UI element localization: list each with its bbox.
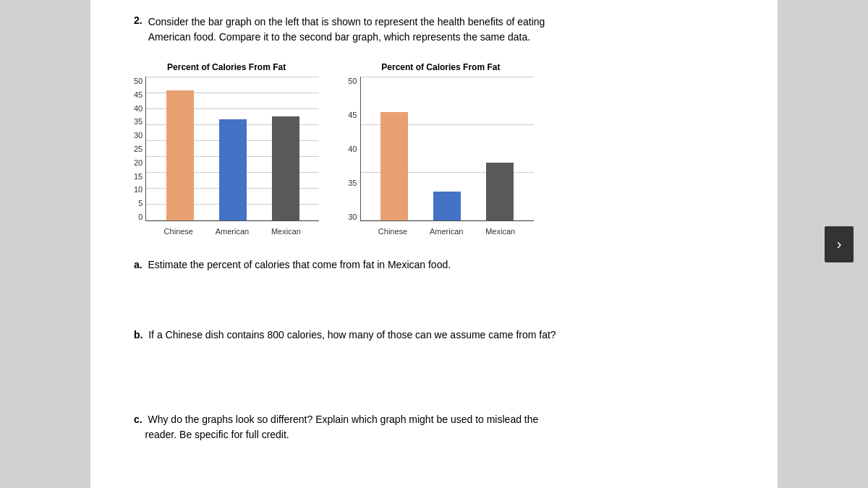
- graph2-bar-mexican-bar: [486, 163, 514, 221]
- sub-question-a: a. Estimate the percent of calories that…: [134, 257, 749, 273]
- graph1-bar-mexican-bar: [272, 116, 299, 221]
- graph2-chart-inner: [360, 77, 534, 221]
- graph1-chart-inner: [145, 77, 319, 221]
- next-arrow[interactable]: ›: [825, 226, 854, 262]
- question-text: Consider the bar graph on the left that …: [148, 14, 545, 45]
- graph1-chart-area: 50 45 40 35 30 25 20 15 10 5 0: [134, 77, 319, 236]
- graph1-bars: [146, 90, 319, 221]
- graph2-bars: [361, 112, 534, 221]
- graph1-label-mexican: Mexican: [271, 227, 301, 236]
- graph2-title: Percent of Calories From Fat: [381, 62, 500, 72]
- graph1-label-chinese: Chinese: [164, 227, 193, 236]
- question-text-line2: American food. Compare it to the second …: [148, 31, 530, 43]
- graph2-bar-mexican: [486, 163, 514, 221]
- graph1-label-american: American: [216, 227, 249, 236]
- sub-question-b-label: b.: [134, 329, 142, 341]
- sub-question-b: b. If a Chinese dish contains 800 calori…: [134, 328, 749, 343]
- question-text-line1: Consider the bar graph on the left that …: [148, 16, 545, 27]
- graph1-x-labels: Chinese American Mexican: [145, 224, 319, 236]
- graph1-title: Percent of Calories From Fat: [167, 62, 286, 72]
- graphs-row: Percent of Calories From Fat 50 45 40 35…: [134, 62, 749, 236]
- graph1-bar-chinese: [166, 90, 194, 221]
- graph1-bar-chinese-bar: [166, 90, 194, 221]
- question-row: 2. Consider the bar graph on the left th…: [134, 14, 749, 59]
- sub-question-c-text2: reader. Be specific for full credit.: [145, 429, 289, 440]
- sub-question-a-label: a.: [134, 259, 142, 270]
- graph2-bar-american-bar: [433, 192, 461, 221]
- answer-space-a: [134, 284, 749, 328]
- graph2-y-axis: 50 45 40 35 30: [348, 77, 359, 221]
- graph1-bar-mexican: [272, 116, 299, 221]
- graph2-bar-american: [433, 192, 461, 221]
- graph2-x-labels: Chinese American Mexican: [360, 224, 534, 236]
- sub-question-c: c. Why do the graphs look so different? …: [134, 412, 749, 442]
- graph1-container: Percent of Calories From Fat 50 45 40 35…: [134, 62, 319, 236]
- sub-question-c-text1: Why do the graphs look so different? Exp…: [148, 414, 538, 425]
- graph1-bar-american-bar: [219, 119, 247, 221]
- graph2-bar-chinese: [380, 112, 408, 221]
- sub-question-a-text: Estimate the percent of calories that co…: [148, 259, 451, 270]
- graph1-y-axis: 50 45 40 35 30 25 20 15 10 5 0: [134, 77, 145, 221]
- page-container: 2. Consider the bar graph on the left th…: [90, 0, 778, 488]
- question-number: 2.: [134, 14, 142, 59]
- sub-question-c-label: c.: [134, 414, 142, 425]
- graph2-bar-chinese-bar: [380, 112, 408, 221]
- graph2-label-american: American: [430, 227, 463, 236]
- graph2-chart-wrapper: Chinese American Mexican: [360, 77, 534, 236]
- graph2-chart-area: 50 45 40 35 30: [348, 77, 533, 236]
- graph2-label-chinese: Chinese: [378, 227, 407, 236]
- graph2-label-mexican: Mexican: [485, 227, 515, 236]
- graph1-bar-american: [219, 119, 247, 221]
- graph2-container: Percent of Calories From Fat 50 45 40 35…: [348, 62, 533, 236]
- graph1-chart-wrapper: Chinese American Mexican: [145, 77, 319, 236]
- answer-space-b: [134, 354, 749, 412]
- sub-question-b-text: If a Chinese dish contains 800 calories,…: [148, 329, 556, 341]
